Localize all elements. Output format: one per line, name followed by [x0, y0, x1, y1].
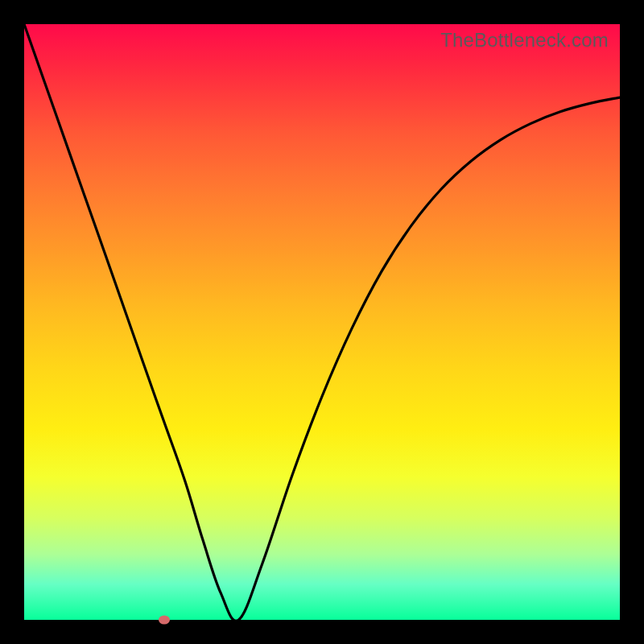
optimum-marker: [159, 616, 170, 625]
plot-area: TheBottleneck.com: [24, 24, 620, 620]
bottleneck-curve: [24, 24, 620, 620]
